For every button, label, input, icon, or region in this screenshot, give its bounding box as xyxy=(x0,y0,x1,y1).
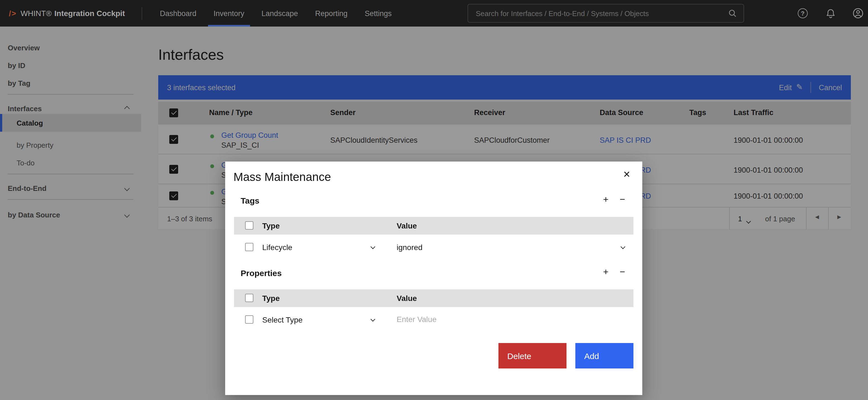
nav-tab-landscape[interactable]: Landscape xyxy=(256,0,304,27)
help-glyph: ? xyxy=(798,8,808,18)
add-property-row-icon[interactable]: + xyxy=(603,267,609,277)
tags-column-type: Type xyxy=(262,221,280,230)
properties-select-all-checkbox[interactable] xyxy=(245,294,253,302)
header-divider xyxy=(142,7,142,20)
notifications-icon[interactable] xyxy=(824,7,836,19)
properties-section-actions: + − xyxy=(603,267,625,277)
remove-property-row-icon[interactable]: − xyxy=(620,267,625,277)
nav-tab-reporting[interactable]: Reporting xyxy=(310,0,353,27)
tag-type-select[interactable]: Lifecycle xyxy=(262,243,292,252)
nav-tab-label: Settings xyxy=(365,9,392,18)
remove-tag-row-icon[interactable]: − xyxy=(620,195,625,204)
app-logo[interactable]: /> WHINT® Integration Cockpit xyxy=(9,0,125,27)
search-input[interactable] xyxy=(468,9,728,18)
properties-column-value: Value xyxy=(397,294,417,303)
delete-button[interactable]: Delete xyxy=(498,343,566,368)
nav-tab-label: Reporting xyxy=(315,9,347,18)
brand-name: WHINT® xyxy=(21,9,52,18)
chevron-down-icon[interactable] xyxy=(371,317,375,322)
mass-maintenance-modal: Mass Maintenance × Tags + − Type Value L… xyxy=(225,161,642,395)
nav-tab-inventory[interactable]: Inventory xyxy=(208,0,250,27)
top-header-bar: /> WHINT® Integration Cockpit Dashboard … xyxy=(0,0,868,27)
logo-mark-icon: /> xyxy=(9,9,17,18)
modal-title: Mass Maintenance xyxy=(234,171,331,184)
header-actions: ? xyxy=(797,0,864,27)
property-value-input[interactable] xyxy=(397,312,563,327)
chevron-down-icon[interactable] xyxy=(371,245,375,249)
add-button[interactable]: Add xyxy=(575,343,633,368)
properties-section-label: Properties xyxy=(241,268,282,278)
property-row: Select Type xyxy=(234,310,633,329)
nav-tab-label: Inventory xyxy=(214,9,244,18)
tag-row-checkbox[interactable] xyxy=(245,243,253,251)
tags-section-actions: + − xyxy=(603,195,625,204)
nav-tab-settings[interactable]: Settings xyxy=(359,0,397,27)
app-window: /> WHINT® Integration Cockpit Dashboard … xyxy=(0,0,868,400)
user-avatar-icon[interactable] xyxy=(852,7,864,19)
tags-section-label: Tags xyxy=(241,196,259,205)
tags-table-header: Type Value xyxy=(234,217,633,235)
global-search xyxy=(467,4,744,23)
nav-tab-dashboard[interactable]: Dashboard xyxy=(154,0,202,27)
tag-row: Lifecycle ignored xyxy=(234,238,633,257)
top-navigation: Dashboard Inventory Landscape Reporting … xyxy=(154,0,403,27)
chevron-down-icon[interactable] xyxy=(621,245,625,249)
close-icon[interactable]: × xyxy=(621,166,632,182)
add-tag-row-icon[interactable]: + xyxy=(603,195,609,204)
help-icon[interactable]: ? xyxy=(797,7,809,19)
nav-tab-label: Dashboard xyxy=(160,9,196,18)
properties-table-header: Type Value xyxy=(234,289,633,307)
tags-column-value: Value xyxy=(397,221,417,230)
properties-column-type: Type xyxy=(262,294,280,303)
search-icon[interactable] xyxy=(728,9,737,18)
property-type-select[interactable]: Select Type xyxy=(262,315,303,324)
product-name: Integration Cockpit xyxy=(55,9,125,18)
tags-select-all-checkbox[interactable] xyxy=(245,221,253,229)
nav-tab-label: Landscape xyxy=(261,9,298,18)
property-row-checkbox[interactable] xyxy=(245,315,253,324)
tag-value-select[interactable]: ignored xyxy=(397,243,423,252)
